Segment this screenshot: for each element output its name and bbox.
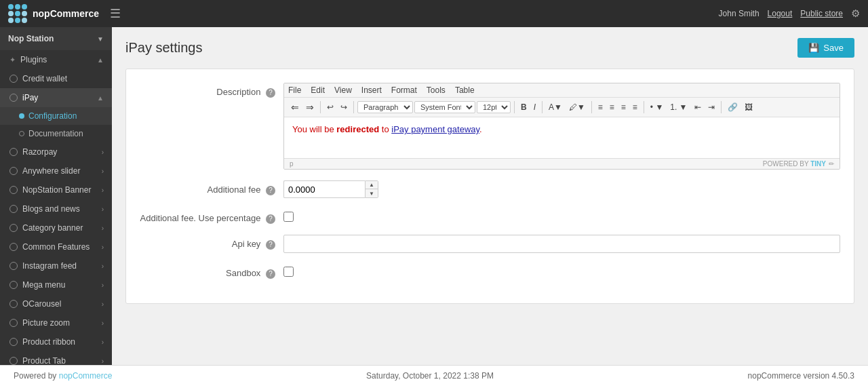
editor-text-to: to (379, 124, 391, 134)
arrow-right-icon11: › (102, 339, 104, 346)
sidebar: Nop Station ▼ ✦ Plugins ▲ Credit wallet … (0, 27, 112, 365)
additional-fee-pct-help-icon[interactable]: ? (266, 214, 275, 224)
common-features-label: Common Features (22, 242, 90, 252)
additional-fee-row: Additional fee ? ▲ ▼ (140, 180, 840, 198)
blogs-icon (9, 205, 18, 213)
common-features-icon (9, 243, 18, 251)
menu-table[interactable]: Table (455, 85, 475, 95)
sidebar-item-product-ribbon[interactable]: Product ribbon › (0, 332, 112, 351)
hamburger-icon[interactable]: ☰ (110, 6, 121, 21)
toolbar-outdent-btn[interactable]: ⇤ (692, 101, 704, 113)
product-tab-icon (9, 357, 18, 365)
toolbar-italic-btn[interactable]: I (531, 101, 538, 113)
sidebar-item-picture-zoom[interactable]: Picture zoom › (0, 313, 112, 332)
size-select[interactable]: 12pt (477, 101, 511, 113)
toolbar-align-left-btn[interactable]: ≡ (595, 101, 606, 113)
format-select[interactable]: Paragraph (357, 101, 413, 113)
sidebar-item-product-tab[interactable]: Product Tab › (0, 351, 112, 365)
toolbar-bold-btn[interactable]: B (518, 101, 530, 113)
plugins-icon: ✦ (9, 56, 16, 64)
additional-fee-percentage-checkbox[interactable] (283, 212, 294, 222)
footer: Powered by nopCommerce Saturday, October… (0, 365, 868, 386)
menu-tools[interactable]: Tools (427, 85, 446, 95)
menu-format[interactable]: Format (391, 85, 417, 95)
menu-view[interactable]: View (334, 85, 352, 95)
toolbar-image-btn[interactable]: 🖼 (742, 101, 755, 113)
editor-wrap: File Edit View Insert Format Tools Table… (283, 83, 840, 170)
toolbar-highlight-btn[interactable]: 🖊▼ (566, 101, 588, 113)
additional-fee-label: Additional fee ? (140, 180, 275, 195)
toolbar-align-center-btn[interactable]: ≡ (607, 101, 617, 113)
picture-zoom-label: Picture zoom (22, 318, 70, 328)
spin-up-btn[interactable]: ▲ (366, 181, 378, 189)
editor-menubar: File Edit View Insert Format Tools Table (284, 83, 840, 98)
sidebar-item-common-features[interactable]: Common Features › (0, 237, 112, 256)
toolbar-ol-btn[interactable]: 1. ▼ (667, 101, 690, 113)
toolbar-ltr-btn[interactable]: ⇐ (288, 100, 302, 114)
sidebar-item-instagram-feed[interactable]: Instagram feed › (0, 256, 112, 275)
additional-fee-wrap: ▲ ▼ (283, 180, 840, 198)
sidebar-item-blogs-and-news[interactable]: Blogs and news › (0, 199, 112, 218)
menu-edit[interactable]: Edit (311, 85, 325, 95)
category-banner-label: Category banner (22, 223, 83, 233)
toolbar-align-right-btn[interactable]: ≡ (618, 101, 629, 113)
sidebar-item-mega-menu[interactable]: Mega menu › (0, 275, 112, 294)
editor-content[interactable]: You will be redirected to iPay payment g… (284, 117, 840, 158)
toolbar-align-justify-btn[interactable]: ≡ (630, 101, 640, 113)
editor-text-redirect: You will be (292, 124, 336, 134)
additional-fee-help-icon[interactable]: ? (266, 186, 275, 195)
page-title: iPay settings (125, 40, 202, 56)
toolbar-indent-btn[interactable]: ⇥ (705, 101, 717, 113)
sandbox-checkbox[interactable] (283, 267, 294, 277)
doc-icon (19, 131, 24, 136)
sidebar-item-anywhere-slider[interactable]: Anywhere slider › (0, 161, 112, 180)
menu-file[interactable]: File (288, 85, 301, 95)
additional-fee-input[interactable] (283, 180, 365, 198)
sidebar-item-ipay[interactable]: iPay ▲ (0, 88, 112, 107)
toolbar-link-btn[interactable]: 🔗 (725, 101, 741, 113)
arrow-right-icon10: › (102, 320, 104, 327)
description-help-icon[interactable]: ? (266, 88, 275, 98)
spin-down-btn[interactable]: ▼ (366, 189, 378, 197)
toolbar-undo-btn[interactable]: ↩ (324, 101, 336, 113)
ipay-configuration-label: Configuration (28, 111, 77, 121)
sidebar-item-plugins[interactable]: ✦ Plugins ▲ (0, 50, 112, 69)
menu-insert[interactable]: Insert (361, 85, 382, 95)
footer-datetime: Saturday, October 1, 2022 1:38 PM (366, 371, 494, 381)
chevron-down-icon: ▼ (97, 35, 104, 43)
sidebar-item-ipay-documentation[interactable]: Documentation (0, 125, 112, 142)
logout-button[interactable]: Logout (768, 9, 793, 18)
font-select[interactable]: System Font (414, 101, 475, 113)
mega-menu-label: Mega menu (22, 280, 65, 290)
additional-fee-percentage-row: Additional fee. Use percentage ? (140, 209, 840, 224)
toolbar-ul-btn[interactable]: • ▼ (648, 101, 666, 113)
arrow-right-icon12: › (102, 358, 104, 365)
sandbox-help-icon[interactable]: ? (266, 269, 275, 279)
api-key-wrap (283, 235, 840, 253)
footer-nopcommerce-link[interactable]: nopCommerce (59, 371, 113, 381)
settings-icon[interactable]: ⚙ (851, 7, 860, 20)
arrow-right-icon4: › (102, 206, 104, 213)
sandbox-wrap (283, 264, 840, 279)
api-key-help-icon[interactable]: ? (266, 240, 275, 250)
toolbar-rtl-btn[interactable]: ⇒ (303, 100, 317, 114)
public-store-link[interactable]: Public store (800, 9, 843, 18)
toolbar-sep3 (514, 101, 515, 113)
sidebar-item-credit-wallet[interactable]: Credit wallet (0, 69, 112, 88)
api-key-input[interactable] (283, 235, 840, 253)
editor-edit-icon[interactable]: ✏ (829, 160, 834, 168)
arrow-right-icon9: › (102, 301, 104, 308)
sidebar-item-category-banner[interactable]: Category banner › (0, 218, 112, 237)
sidebar-item-ocarousel[interactable]: OCarousel › (0, 294, 112, 313)
toolbar-fontcolor-btn[interactable]: A▼ (546, 101, 565, 113)
sidebar-item-ipay-configuration[interactable]: Configuration (0, 107, 112, 125)
save-label: Save (823, 43, 844, 53)
footer-version: nopCommerce version 4.50.3 (748, 371, 854, 381)
picture-zoom-icon (9, 319, 18, 327)
sidebar-section-nop-station[interactable]: Nop Station ▼ (0, 27, 112, 50)
toolbar-redo-btn[interactable]: ↪ (338, 101, 350, 113)
save-button[interactable]: 💾 Save (797, 38, 854, 58)
sidebar-item-razorpay[interactable]: Razorpay › (0, 142, 112, 161)
editor-path: p (290, 160, 294, 168)
sidebar-item-nopstation-banner[interactable]: NopStation Banner › (0, 180, 112, 199)
